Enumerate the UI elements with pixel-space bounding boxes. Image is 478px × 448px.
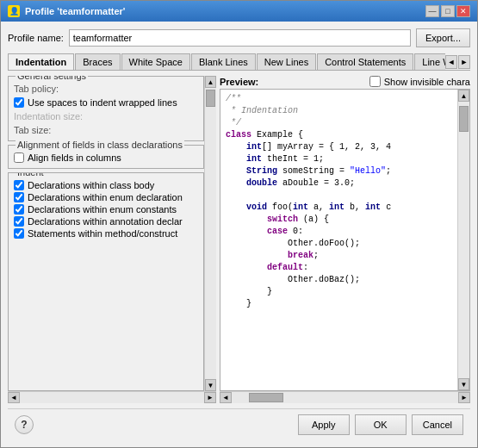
left-panel: General settings Tab policy: Use spaces … [8,76,216,403]
general-settings-label: General settings [16,76,88,81]
preview-scroll-thumb-h[interactable] [249,393,283,402]
indent-annotation-checkbox[interactable] [14,216,24,227]
tab-indentation[interactable]: Indentation [8,53,74,70]
indent-class-body-checkbox[interactable] [14,180,24,190]
preview-scroll-track-v[interactable] [458,102,469,378]
indentation-size-label: Indentation size: [14,111,83,121]
indent-label: Indent [16,172,46,177]
main-window: 👤 Profile 'teamformatter' — □ ✕ Profile … [0,0,478,448]
align-fields-row: Align fields in columns [14,152,198,163]
show-invisible-row: Show invisible chara [369,76,470,87]
preview-code: /** * Indentation */ class Example { int… [220,90,457,390]
list-item: Declarations within annotation declar [14,216,198,227]
indent-items: Declarations within class body Declarati… [14,180,198,240]
align-fields-label: Align fields in columns [28,152,121,163]
list-item: Declarations within class body [14,180,198,190]
export-button[interactable]: Export... [416,28,470,47]
right-panel: Preview: Show invisible chara /** * Inde… [220,76,470,403]
indent-enum-constants-label: Declarations within enum constants [28,204,177,215]
main-area: General settings Tab policy: Use spaces … [8,76,470,403]
preview-scroll-track-h[interactable] [232,392,458,403]
indent-group: Indent Declarations within class body De… [8,172,204,391]
tab-controlstatements[interactable]: Control Statements [317,53,413,70]
preview-scroll-right[interactable]: ► [458,392,470,403]
indent-annotation-label: Declarations within annotation declar [28,216,183,227]
indent-method-label: Statements within method/construct [28,228,177,239]
footer-buttons: Apply OK Cancel [298,414,463,435]
preview-horizontal-scrollbar[interactable]: ◄ ► [220,391,470,403]
left-scroll-content: General settings Tab policy: Use spaces … [8,76,204,391]
align-fields-checkbox[interactable] [14,152,24,163]
window-title: Profile 'teamformatter' [25,6,125,16]
scroll-right-arrow[interactable]: ► [204,392,216,403]
tab-blanklines[interactable]: Blank Lines [191,53,256,70]
list-item: Statements within method/construct [14,228,198,239]
general-settings-group: General settings Tab policy: Use spaces … [8,76,204,141]
left-vertical-scrollbar[interactable]: ▲ ▼ [204,76,216,391]
alignment-label: Alignment of fields in class declaration… [16,140,184,150]
profile-row: Profile name: Export... [8,28,470,47]
preview-scroll-up[interactable]: ▲ [458,90,469,102]
tab-policy-label: Tab policy: [14,84,59,94]
indentation-size-row: Indentation size: [14,111,198,121]
profile-name-input[interactable] [69,29,411,47]
tab-size-label: Tab size: [14,125,51,135]
show-invisible-label: Show invisible chara [384,77,470,87]
tab-next-button[interactable]: ► [458,55,470,69]
indent-class-body-label: Declarations within class body [28,180,154,190]
preview-vertical-scrollbar[interactable]: ▲ ▼ [457,90,469,390]
left-horiz-track[interactable] [20,392,204,403]
list-item: Declarations within enum constants [14,204,198,215]
indent-enum-constants-checkbox[interactable] [14,204,24,215]
scroll-down-arrow[interactable]: ▼ [205,379,216,391]
indent-enum-decl-label: Declarations within enum declaration [28,192,183,202]
left-scroll-wrapper: General settings Tab policy: Use spaces … [8,76,216,391]
close-button[interactable]: ✕ [456,5,470,17]
use-spaces-checkbox[interactable] [14,97,24,108]
tab-policy-row: Tab policy: [14,84,198,94]
left-horizontal-scrollbar[interactable]: ◄ ► [8,391,216,403]
tab-whitespace[interactable]: White Space [121,53,190,70]
tabs: Indentation Braces White Space Blank Lin… [8,53,445,70]
indent-method-checkbox[interactable] [14,228,24,239]
apply-button[interactable]: Apply [298,414,350,435]
minimize-button[interactable]: — [425,5,439,17]
cancel-button[interactable]: Cancel [412,414,463,435]
footer: ? Apply OK Cancel [8,408,470,440]
preview-scroll-thumb-v[interactable] [459,106,469,132]
window-icon: 👤 [8,5,20,17]
preview-scroll-down[interactable]: ▼ [458,378,469,390]
list-item: Declarations within enum declaration [14,192,198,202]
show-invisible-checkbox[interactable] [369,76,381,87]
preview-area: /** * Indentation */ class Example { int… [220,89,470,391]
title-bar-left: 👤 Profile 'teamformatter' [8,5,125,17]
left-scroll-thumb[interactable] [206,90,215,107]
preview-header: Preview: Show invisible chara [220,76,470,87]
title-bar: 👤 Profile 'teamformatter' — □ ✕ [1,1,477,22]
use-spaces-row: Use spaces to indent wrapped lines [14,97,198,108]
dialog-content: Profile name: Export... Indentation Brac… [1,22,477,447]
scroll-up-arrow[interactable]: ▲ [205,76,216,88]
scroll-left-arrow[interactable]: ◄ [8,392,20,403]
tab-navigation: ◄ ► [445,55,470,70]
tab-braces[interactable]: Braces [75,53,120,70]
ok-button[interactable]: OK [355,414,407,435]
profile-name-label: Profile name: [8,33,64,43]
tabs-container: Indentation Braces White Space Blank Lin… [8,53,470,71]
preview-scroll-left[interactable]: ◄ [220,392,232,403]
help-button[interactable]: ? [15,415,34,434]
alignment-group: Alignment of fields in class declaration… [8,145,204,169]
tab-prev-button[interactable]: ◄ [445,55,457,69]
indent-enum-decl-checkbox[interactable] [14,192,24,202]
maximize-button[interactable]: □ [441,5,455,17]
preview-label: Preview: [220,77,258,87]
tab-size-row: Tab size: [14,125,198,135]
tab-newlines[interactable]: New Lines [257,53,316,70]
left-scroll-track[interactable] [205,88,216,379]
tab-linewrapping[interactable]: Line Wrapping [414,53,445,70]
use-spaces-label: Use spaces to indent wrapped lines [28,97,177,108]
title-buttons: — □ ✕ [425,5,470,17]
